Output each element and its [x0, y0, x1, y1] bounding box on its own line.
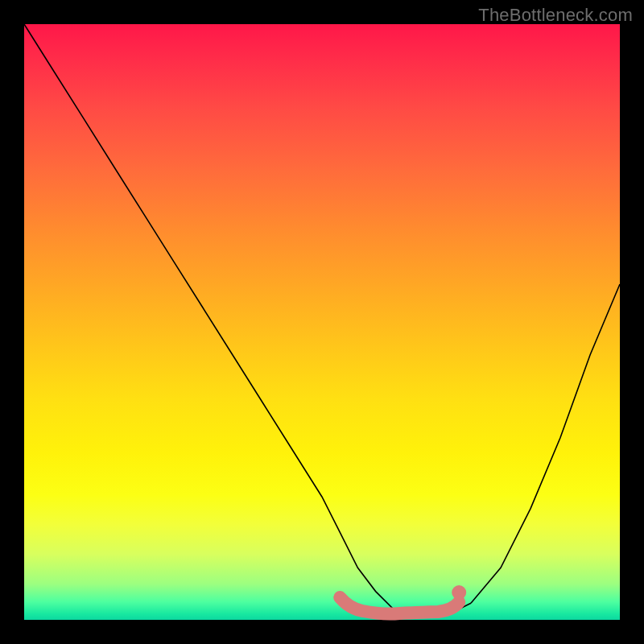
curve-right	[471, 284, 620, 603]
watermark-text: TheBottleneck.com	[478, 5, 633, 26]
knee-marker	[452, 585, 466, 600]
plot-area	[24, 24, 620, 620]
curve-left	[24, 24, 394, 609]
valley-highlight	[340, 597, 459, 614]
curve-layer	[24, 24, 620, 620]
chart-frame: TheBottleneck.com	[0, 0, 644, 644]
